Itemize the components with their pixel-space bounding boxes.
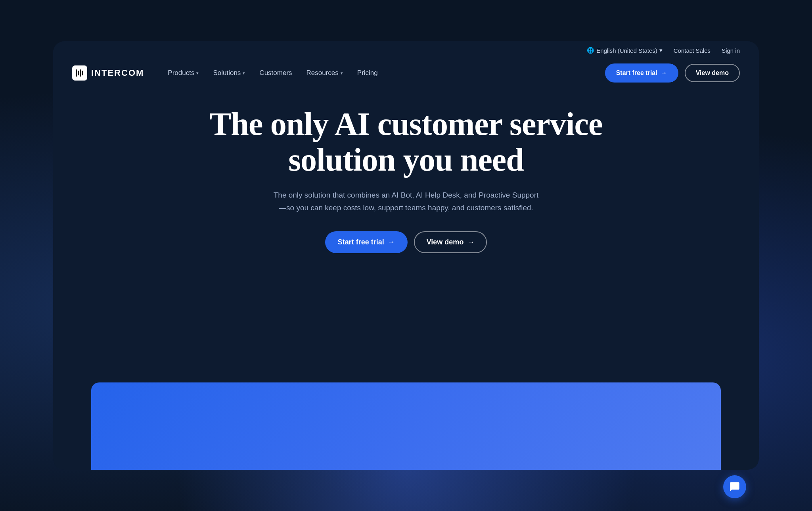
language-chevron: ▾ (659, 47, 663, 54)
sign-in-label: Sign in (722, 47, 740, 54)
hero-view-demo-arrow: → (467, 238, 474, 246)
hero-start-trial-button[interactable]: Start free trial → (325, 231, 408, 253)
sign-in-link[interactable]: Sign in (722, 47, 740, 54)
svg-rect-3 (82, 71, 83, 75)
hero-section: The only AI customer service solution yo… (53, 90, 759, 470)
nav-products-label: Products (168, 69, 194, 77)
logo[interactable]: INTERCOM (72, 65, 144, 81)
solutions-chevron: ▾ (243, 71, 245, 76)
svg-rect-1 (78, 71, 79, 75)
language-label: English (United States) (596, 47, 657, 54)
nav-pricing[interactable]: Pricing (357, 69, 378, 77)
nav-links: Products ▾ Solutions ▾ Customers Resourc… (168, 69, 605, 77)
products-chevron: ▾ (196, 71, 199, 76)
view-demo-button[interactable]: View demo (685, 64, 740, 82)
contact-sales-label: Contact Sales (674, 47, 710, 54)
nav-solutions[interactable]: Solutions ▾ (213, 69, 245, 77)
hero-subtext: The only solution that combines an AI Bo… (271, 189, 541, 214)
nav-resources[interactable]: Resources ▾ (306, 69, 343, 77)
hero-heading: The only AI customer service solution yo… (188, 106, 624, 178)
hero-start-trial-arrow: → (388, 238, 395, 246)
svg-rect-2 (80, 69, 81, 77)
blue-card-container (72, 382, 740, 470)
svg-rect-0 (76, 69, 77, 77)
nav-pricing-label: Pricing (357, 69, 378, 77)
chat-icon (729, 481, 740, 492)
nav-solutions-label: Solutions (213, 69, 241, 77)
nav-resources-label: Resources (306, 69, 339, 77)
logo-icon (72, 65, 87, 81)
blue-card (91, 382, 721, 470)
logo-text: INTERCOM (91, 68, 144, 78)
nav-customers-label: Customers (259, 69, 292, 77)
hero-buttons: Start free trial → View demo → (325, 231, 487, 253)
hero-view-demo-label: View demo (427, 238, 464, 246)
nav-products[interactable]: Products ▾ (168, 69, 199, 77)
contact-sales-link[interactable]: Contact Sales (674, 47, 710, 54)
start-free-trial-button[interactable]: Start free trial → (605, 63, 678, 83)
navbar: INTERCOM Products ▾ Solutions ▾ Customer… (53, 60, 759, 90)
view-demo-label: View demo (696, 69, 729, 77)
hero-view-demo-button[interactable]: View demo → (414, 231, 487, 253)
hero-start-trial-label: Start free trial (338, 238, 384, 246)
nav-actions: Start free trial → View demo (605, 63, 740, 83)
language-selector[interactable]: 🌐 English (United States) ▾ (587, 47, 662, 54)
main-card: 🌐 English (United States) ▾ Contact Sale… (53, 41, 759, 470)
utility-bar: 🌐 English (United States) ▾ Contact Sale… (53, 41, 759, 60)
start-free-trial-label: Start free trial (616, 69, 657, 77)
nav-customers[interactable]: Customers (259, 69, 292, 77)
chat-widget-button[interactable] (723, 475, 746, 498)
globe-icon: 🌐 (587, 47, 594, 54)
resources-chevron: ▾ (341, 71, 343, 76)
start-trial-arrow: → (661, 69, 667, 77)
